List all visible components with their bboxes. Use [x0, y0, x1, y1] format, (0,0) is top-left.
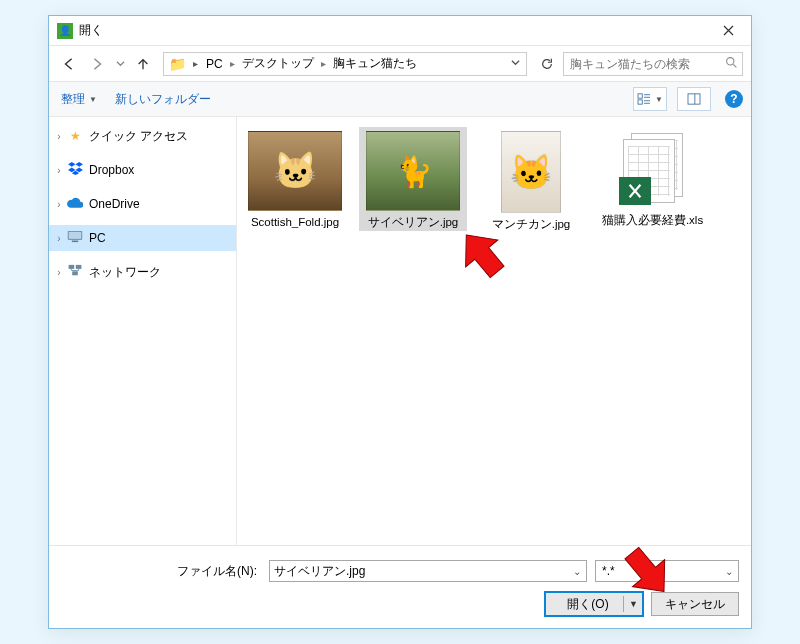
expand-icon[interactable]: ›	[53, 165, 65, 176]
svg-rect-1	[638, 94, 642, 98]
new-folder-button[interactable]: 新しいフォルダー	[111, 89, 215, 110]
refresh-button[interactable]	[535, 52, 559, 76]
breadcrumb-seg-2[interactable]: 胸キュン猫たち	[329, 53, 421, 75]
search-icon	[725, 56, 738, 72]
close-button[interactable]	[705, 16, 751, 46]
svg-rect-6	[72, 241, 78, 243]
image-thumbnail	[501, 131, 561, 213]
open-button[interactable]: 開く(O) ▼	[545, 592, 643, 616]
tree-item-label: クイック アクセス	[89, 128, 188, 145]
folder-icon: 📁	[166, 54, 188, 74]
tree-item-quick-access[interactable]: › ★ クイック アクセス	[49, 123, 236, 149]
svg-rect-5	[69, 232, 82, 239]
nav-tree: › ★ クイック アクセス › Dropbox › OneDrive	[49, 117, 237, 545]
tree-item-pc[interactable]: › PC	[49, 225, 236, 251]
star-icon: ★	[67, 129, 83, 143]
search-box[interactable]	[563, 52, 743, 76]
breadcrumb[interactable]: 📁 ▸ PC ▸ デスクトップ ▸ 胸キュン猫たち	[163, 52, 527, 76]
tree-item-label: ネットワーク	[89, 264, 161, 281]
svg-rect-2	[638, 100, 642, 104]
chevron-down-icon[interactable]: ⌄	[720, 566, 738, 577]
help-button[interactable]: ?	[725, 90, 743, 108]
excel-file-icon	[619, 131, 687, 213]
chevron-down-icon[interactable]: ▼	[629, 599, 638, 609]
breadcrumb-root-dropdown[interactable]: ▸	[188, 58, 202, 69]
chevron-down-icon[interactable]: ⌄	[568, 566, 586, 577]
app-icon	[57, 23, 73, 39]
forward-button[interactable]	[85, 52, 109, 76]
chevron-down-icon: ▼	[89, 95, 97, 104]
svg-rect-7	[69, 265, 75, 269]
titlebar: 開く	[49, 16, 751, 46]
tree-item-network[interactable]: › ネットワーク	[49, 259, 236, 285]
file-name: マンチカン.jpg	[492, 217, 571, 231]
pc-icon	[67, 230, 83, 246]
nav-row: 📁 ▸ PC ▸ デスクトップ ▸ 胸キュン猫たち	[49, 46, 751, 82]
breadcrumb-seg-1[interactable]: デスクトップ	[238, 53, 318, 75]
tree-item-label: Dropbox	[89, 163, 134, 177]
svg-rect-3	[688, 94, 700, 104]
toolbar: 整理 ▼ 新しいフォルダー ▼ ?	[49, 82, 751, 117]
tree-item-label: OneDrive	[89, 197, 140, 211]
expand-icon[interactable]: ›	[53, 131, 65, 142]
view-mode-button[interactable]: ▼	[633, 87, 667, 111]
file-item[interactable]: 猫購入必要経費.xls	[595, 127, 710, 229]
cancel-button[interactable]: キャンセル	[651, 592, 739, 616]
breadcrumb-dropdown[interactable]	[506, 58, 524, 69]
network-icon	[67, 264, 83, 280]
breadcrumb-seg-0[interactable]: PC	[202, 53, 227, 75]
file-list[interactable]: Scottish_Fold.jpg サイベリアン.jpg マンチカン.jpg	[237, 117, 751, 545]
dialog-title: 開く	[79, 22, 705, 39]
expand-icon[interactable]: ›	[53, 199, 65, 210]
back-button[interactable]	[57, 52, 81, 76]
file-name: Scottish_Fold.jpg	[251, 215, 339, 229]
tree-item-dropbox[interactable]: › Dropbox	[49, 157, 236, 183]
body: › ★ クイック アクセス › Dropbox › OneDrive	[49, 117, 751, 545]
dropbox-icon	[67, 162, 83, 178]
cloud-icon	[67, 197, 83, 211]
chevron-right-icon: ▸	[227, 58, 238, 69]
chevron-right-icon: ▸	[318, 58, 329, 69]
recent-locations-dropdown[interactable]	[113, 52, 127, 76]
file-item[interactable]: Scottish_Fold.jpg	[241, 127, 349, 231]
tree-item-onedrive[interactable]: › OneDrive	[49, 191, 236, 217]
up-button[interactable]	[131, 52, 155, 76]
bottom-panel: ファイル名(N): ⌄ *.* ⌄ 開く(O) ▼ キャンセル	[49, 545, 751, 628]
tree-item-label: PC	[89, 231, 106, 245]
organize-label: 整理	[61, 91, 85, 108]
expand-icon[interactable]: ›	[53, 267, 65, 278]
filename-input[interactable]	[270, 564, 568, 578]
filename-label: ファイル名(N):	[61, 563, 261, 580]
filename-combobox[interactable]: ⌄	[269, 560, 587, 582]
image-thumbnail	[366, 131, 460, 211]
filetype-value: *.*	[602, 564, 720, 578]
svg-rect-8	[76, 265, 82, 269]
file-name: サイベリアン.jpg	[368, 215, 459, 229]
image-thumbnail	[248, 131, 342, 211]
file-name: 猫購入必要経費.xls	[602, 213, 703, 227]
svg-point-0	[727, 57, 734, 64]
file-item[interactable]: マンチカン.jpg	[477, 127, 585, 233]
expand-icon[interactable]: ›	[53, 233, 65, 244]
organize-button[interactable]: 整理 ▼	[57, 89, 101, 110]
file-item[interactable]: サイベリアン.jpg	[359, 127, 467, 231]
open-button-label: 開く(O)	[567, 596, 608, 613]
filetype-combobox[interactable]: *.* ⌄	[595, 560, 739, 582]
svg-rect-9	[72, 271, 78, 275]
search-input[interactable]	[568, 56, 725, 72]
open-file-dialog: 開く 📁 ▸ PC ▸ デスクトップ ▸ 胸キュン猫たち	[48, 15, 752, 629]
preview-pane-button[interactable]	[677, 87, 711, 111]
